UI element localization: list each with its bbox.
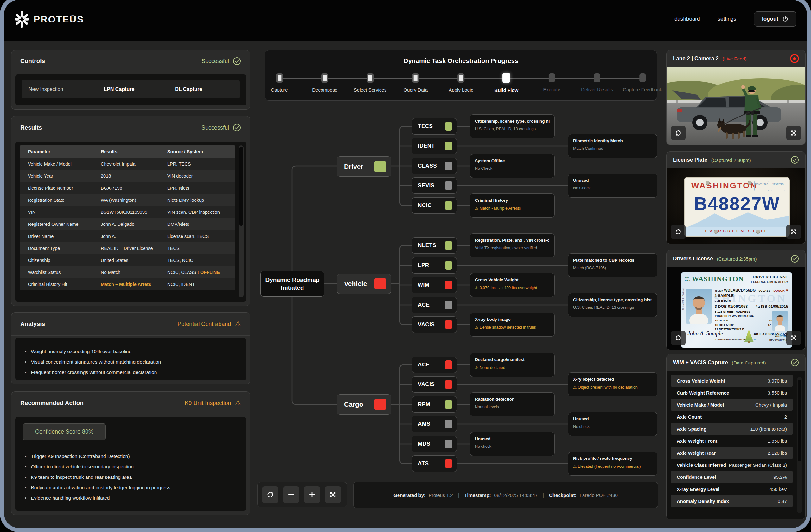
controls-status: Successful: [201, 57, 241, 65]
annotation-title: Gross Vehicle Weight: [475, 277, 550, 282]
dl-veteran-label: Veteran: [774, 334, 787, 338]
dl-capture-button[interactable]: DL Capture: [175, 87, 202, 92]
service-node-vacis_v[interactable]: VACIS: [412, 316, 457, 333]
cell-result: REAL ID – Driver License: [101, 246, 167, 251]
service-node-ats[interactable]: ATS: [412, 455, 457, 472]
nav-settings[interactable]: settings: [718, 16, 736, 22]
refresh-icon: [674, 334, 682, 342]
annotation-detail: Match (BGA-7196): [573, 266, 652, 270]
recommended-bullet: Officer to direct vehicle to secondary i…: [25, 461, 236, 472]
cell-parameter: Vehicle Make / Model: [28, 161, 101, 167]
confidence-score-chip[interactable]: Confidence Score 80%: [23, 423, 106, 440]
status-square-gray: [445, 161, 452, 170]
annotation-mds: UnusedNo check: [470, 432, 555, 456]
service-node-ace_v[interactable]: ACE: [412, 297, 457, 313]
wim-scrollbar[interactable]: [797, 377, 802, 513]
dl-captured-label: (Captured 2:35pm): [717, 256, 757, 262]
step-marker: [594, 74, 600, 82]
dl-card-subtitle: FEDERAL LIMITS APPLY: [751, 280, 788, 284]
status-square-red: [374, 278, 386, 290]
service-node-lpr[interactable]: LPR: [412, 257, 457, 273]
status-square-green: [445, 261, 452, 270]
service-node-mds[interactable]: MDS: [412, 436, 457, 452]
new-inspection-button[interactable]: New Inspection: [29, 87, 63, 92]
dl-field-left: 15 SEX M: [715, 318, 728, 322]
cell-result: 2018: [101, 174, 167, 178]
wim-row-value: Passenger Sedan (Class 2): [729, 462, 787, 468]
status-square-red: [445, 320, 452, 329]
flow-root-node[interactable]: Dynamic Roadmap Initiated: [260, 271, 324, 297]
dl-portrait-small: [772, 311, 787, 331]
logout-button[interactable]: logout: [754, 11, 796, 27]
cell-source: NCIC, IDENT: [167, 282, 227, 287]
service-node-nlets[interactable]: NLETS: [412, 237, 457, 254]
service-node-sevis[interactable]: SEVIS: [412, 177, 457, 194]
dl-refresh-button[interactable]: [671, 331, 686, 345]
recommended-action-panel: Recommended Action K9 Unit Inspection⚠ C…: [11, 391, 250, 515]
dl-field-right: 4a ISS 01/06/2015: [755, 304, 788, 309]
service-node-ace_c[interactable]: ACE: [412, 357, 457, 373]
cell-result: WA (Washington): [101, 198, 167, 203]
plate-refresh-button[interactable]: [671, 224, 686, 239]
branch-node-vehicle[interactable]: Vehicle: [337, 273, 391, 294]
zoom-in-button[interactable]: [304, 486, 320, 503]
lpn-capture-button[interactable]: LPN Capture: [104, 87, 134, 92]
wim-row: Anomaly Density Index0.87: [671, 495, 793, 507]
service-node-rpm[interactable]: RPM: [412, 396, 457, 412]
top-bar: PROTEŪS dashboard settings logout: [4, 0, 807, 41]
zoom-out-button[interactable]: [283, 486, 300, 503]
annotation-ams: UnusedNo check: [568, 412, 657, 436]
plate-number: B48827W: [685, 193, 789, 214]
cell-source: VIN decoder: [167, 174, 227, 178]
service-node-class[interactable]: CLASS: [412, 158, 457, 174]
record-icon: [790, 54, 799, 63]
annotation-title: Registration, Plate, and , VIN cross-che…: [475, 238, 550, 242]
service-node-vacis_c[interactable]: VACIS: [412, 376, 457, 393]
annotation-detail: ⚠ 3,970 lbs → +420 lbs overweight: [475, 285, 550, 290]
step-label: Deliver Results: [581, 87, 613, 92]
annotation-title: X-ry object detected: [573, 377, 652, 381]
dl-expand-button[interactable]: [786, 331, 801, 345]
fit-view-button[interactable]: [325, 486, 341, 503]
status-square-gray: [445, 440, 452, 449]
cell-result: Chevrolet Impala: [101, 161, 167, 167]
footer-checkpoint-value: Laredo POE #430: [580, 492, 618, 498]
cell-parameter: Criminal History Hit: [28, 282, 101, 287]
results-scrollbar-thumb[interactable]: [240, 146, 243, 226]
annotation-ats: Risk profile / route frequency⚠ Elevated…: [568, 452, 657, 476]
table-row: Watchlist StatusNo MatchNCIC, CLASS ! OF…: [20, 266, 235, 278]
annotation-lpr: Plate matched to CBP recordsMatch (BGA-7…: [568, 253, 657, 277]
results-body: Parameter Results Source / System Vehicl…: [15, 142, 246, 302]
flow-refresh-button[interactable]: [262, 486, 278, 503]
step-build-flow: Build Flow: [494, 74, 518, 93]
camera-refresh-button[interactable]: [671, 126, 686, 140]
step-label: Capture Feedback: [623, 87, 662, 92]
dl-signature: John A. Sample: [687, 330, 723, 337]
service-label: MDS: [418, 441, 430, 447]
results-table-header: Parameter Results Source / System: [20, 145, 235, 158]
service-node-ncic[interactable]: NCIC: [412, 197, 457, 214]
camera-expand-button[interactable]: [786, 126, 801, 140]
service-node-tecs[interactable]: TECS: [412, 118, 457, 135]
wim-row-label: Vehicle Class Inferred: [677, 462, 726, 468]
stepper-track: CaptureDecomposeSelect ServicesQuery Dat…: [279, 74, 642, 96]
wim-row-label: Confidence Level: [677, 474, 716, 480]
cell-result: 2G1WT58K381199999: [101, 210, 167, 215]
results-scrollbar[interactable]: [239, 145, 244, 297]
annotation-title: Criminal History: [475, 198, 550, 203]
dl-field-row: 3 DOB 01/06/19584a ISS 01/06/2015: [715, 304, 788, 309]
wim-scrollbar-thumb[interactable]: [798, 380, 801, 461]
branch-node-driver[interactable]: Driver: [337, 156, 391, 177]
service-node-wim[interactable]: WIM: [412, 277, 457, 293]
service-node-ams[interactable]: AMS: [412, 416, 457, 432]
service-node-ident[interactable]: IDENT: [412, 138, 457, 154]
branch-node-cargo[interactable]: Cargo: [337, 394, 391, 414]
nav-dashboard[interactable]: dashboard: [674, 16, 700, 22]
annotation-title: Citizenship, license type, crossing hist…: [475, 119, 550, 124]
cell-source: License scan, TECS: [167, 234, 227, 239]
step-capture-feedback: Capture Feedback: [623, 74, 662, 92]
annotation-rpm: Radiation detectionNormal levels: [470, 392, 555, 417]
branch-label: Vehicle: [344, 280, 367, 287]
plate-expand-button[interactable]: [786, 224, 801, 239]
cell-result: United States: [101, 258, 167, 263]
